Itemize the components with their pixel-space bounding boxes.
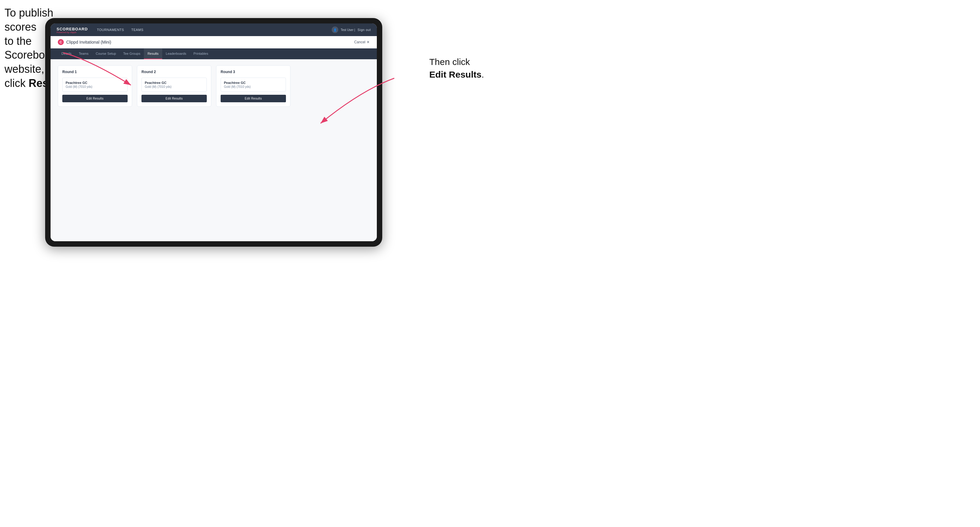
nav-user-text: Test User | (341, 28, 355, 32)
cancel-button[interactable]: Cancel ✕ (354, 40, 370, 44)
tablet-screen: SCOREBOARD Powered by clippd TOURNAMENTS… (51, 24, 377, 241)
round-1-course-detail: Gold (M) (7010 yds) (65, 85, 124, 89)
round-2-card: Round 2 Peachtree GC Gold (M) (7010 yds)… (137, 65, 211, 107)
c-icon: C (58, 39, 64, 45)
nav-links: TOURNAMENTS TEAMS (97, 28, 332, 32)
round-1-edit-results-button[interactable]: Edit Results (62, 95, 127, 102)
logo-text: SCOREBOARD (57, 27, 88, 31)
main-content: Round 1 Peachtree GC Gold (M) (7010 yds)… (51, 59, 377, 241)
round-2-edit-results-button[interactable]: Edit Results (142, 95, 207, 102)
tabs-bar: Details Teams Course Setup Tee Groups Re… (51, 48, 377, 59)
tab-results[interactable]: Results (144, 48, 162, 59)
tab-teams[interactable]: Teams (75, 48, 92, 59)
empty-column (295, 65, 370, 107)
top-nav: SCOREBOARD Powered by clippd TOURNAMENTS… (51, 24, 377, 36)
tab-details[interactable]: Details (58, 48, 75, 59)
tournament-header: C Clippd Invitational (Mini) Cancel ✕ (51, 36, 377, 48)
user-avatar: 👤 (332, 27, 338, 33)
round-2-title: Round 2 (142, 70, 207, 74)
round-2-course-card: Peachtree GC Gold (M) (7010 yds) (142, 78, 207, 92)
round-1-card: Round 1 Peachtree GC Gold (M) (7010 yds)… (58, 65, 132, 107)
round-1-course-name: Peachtree GC (65, 81, 124, 84)
instruction-right: Then click Edit Results. (429, 56, 484, 81)
sign-out-link[interactable]: Sign out (358, 28, 371, 32)
tablet-frame: SCOREBOARD Powered by clippd TOURNAMENTS… (45, 18, 382, 247)
rounds-grid: Round 1 Peachtree GC Gold (M) (7010 yds)… (58, 65, 370, 107)
round-2-course-detail: Gold (M) (7010 yds) (145, 85, 204, 89)
tournament-title: Clippd Invitational (Mini) (66, 40, 111, 44)
round-3-course-name: Peachtree GC (224, 81, 283, 84)
nav-teams[interactable]: TEAMS (131, 28, 143, 32)
tab-leaderboards[interactable]: Leaderboards (162, 48, 190, 59)
logo-area: SCOREBOARD Powered by clippd (57, 26, 88, 34)
round-1-title: Round 1 (62, 70, 127, 74)
nav-tournaments[interactable]: TOURNAMENTS (97, 28, 124, 32)
round-3-course-detail: Gold (M) (7010 yds) (224, 85, 283, 89)
round-1-course-card: Peachtree GC Gold (M) (7010 yds) (62, 78, 127, 92)
tournament-title-area: C Clippd Invitational (Mini) (58, 39, 111, 45)
round-3-edit-results-button[interactable]: Edit Results (221, 95, 286, 102)
tab-course-setup[interactable]: Course Setup (92, 48, 119, 59)
tab-printables[interactable]: Printables (190, 48, 212, 59)
tab-tee-groups[interactable]: Tee Groups (119, 48, 144, 59)
round-3-card: Round 3 Peachtree GC Gold (M) (7010 yds)… (216, 65, 290, 107)
round-2-course-name: Peachtree GC (145, 81, 204, 84)
nav-right: 👤 Test User | Sign out (332, 27, 371, 33)
round-3-title: Round 3 (221, 70, 286, 74)
round-3-course-card: Peachtree GC Gold (M) (7010 yds) (221, 78, 286, 92)
